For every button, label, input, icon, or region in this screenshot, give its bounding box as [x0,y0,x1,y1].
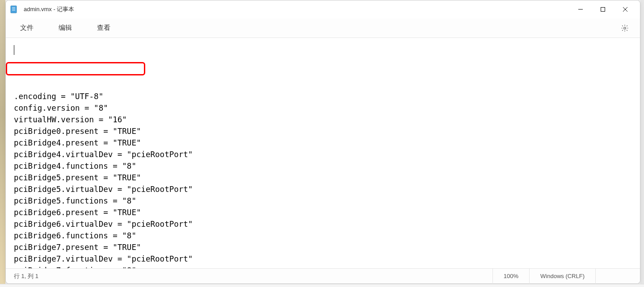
notepad-app-icon [9,5,18,14]
text-editor-area[interactable]: .encoding = "UTF-8"config.version = "8"v… [6,38,640,268]
menu-view[interactable]: 查看 [91,21,117,35]
annotation-highlight-box [6,62,145,75]
close-button[interactable] [614,1,636,17]
editor-line: pciBridge7.virtualDev = "pcieRootPort" [14,253,632,265]
titlebar[interactable]: admin.vmx - 记事本 [6,0,640,18]
taskbar-partial [0,284,644,287]
settings-button[interactable] [618,21,632,35]
editor-line: config.version = "8" [14,102,632,114]
maximize-button[interactable] [592,1,614,17]
window-controls [569,1,636,17]
notepad-window: admin.vmx - 记事本 文件 编辑 查看 .encoding = "UT… [5,0,640,284]
window-title: admin.vmx - 记事本 [24,5,74,13]
editor-line: pciBridge4.virtualDev = "pcieRootPort" [14,149,632,160]
editor-line: pciBridge4.present = "TRUE" [14,137,632,149]
svg-point-8 [624,27,626,29]
desktop-left-edge [0,0,5,287]
editor-line: pciBridge6.functions = "8" [14,230,632,241]
svg-rect-5 [601,8,605,12]
editor-line: virtualHW.version = "16" [14,114,632,125]
menubar: 文件 编辑 查看 [6,18,640,38]
statusbar: 行 1, 列 1 100% Windows (CRLF) [6,268,640,283]
editor-line: pciBridge0.present = "TRUE" [14,125,632,137]
editor-line: pciBridge6.virtualDev = "pcieRootPort" [14,218,632,230]
editor-line: pciBridge7.functions = "8" [14,265,632,268]
menu-file[interactable]: 文件 [14,21,40,35]
editor-line: pciBridge5.present = "TRUE" [14,172,632,183]
status-cursor-position: 行 1, 列 1 [6,272,38,280]
svg-rect-0 [11,6,17,13]
editor-line: .encoding = "UTF-8" [14,91,632,102]
status-line-ending[interactable]: Windows (CRLF) [529,269,595,284]
text-cursor [14,45,14,55]
editor-line: pciBridge6.present = "TRUE" [14,207,632,218]
desktop-right-edge [640,0,644,287]
menu-edit[interactable]: 编辑 [52,21,78,35]
minimize-button[interactable] [569,1,592,17]
editor-line: pciBridge5.virtualDev = "pcieRootPort" [14,183,632,195]
status-encoding-area[interactable] [595,269,640,284]
editor-line: pciBridge4.functions = "8" [14,160,632,172]
status-zoom[interactable]: 100% [492,269,529,284]
editor-line: pciBridge7.present = "TRUE" [14,241,632,253]
editor-line: pciBridge5.functions = "8" [14,195,632,207]
